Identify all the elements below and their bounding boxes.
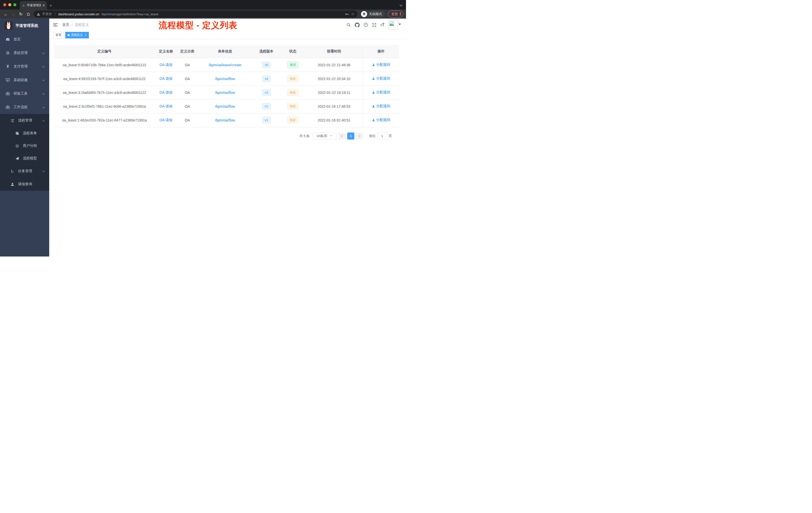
tag-home[interactable]: 首页 bbox=[53, 32, 64, 38]
bookmark-star-icon[interactable]: ☆ bbox=[351, 12, 354, 16]
assign-rule-link[interactable]: 分配规则 bbox=[372, 76, 390, 81]
assign-rule-link[interactable]: 分配规则 bbox=[372, 62, 390, 67]
sidebar-item-workflow[interactable]: 工作流程 bbox=[0, 100, 49, 114]
col-action: 操作 bbox=[363, 45, 399, 58]
avatar[interactable] bbox=[388, 20, 398, 30]
col-status: 状态 bbox=[280, 45, 305, 58]
user-icon bbox=[9, 182, 15, 186]
logo-avatar bbox=[4, 22, 12, 30]
back-button[interactable]: ← bbox=[2, 12, 9, 16]
form-link[interactable]: /bpm/oa/flow bbox=[215, 118, 235, 122]
sidebar-item-system[interactable]: ⚙ 系统管理 bbox=[0, 46, 49, 60]
user-icon bbox=[372, 118, 375, 122]
password-key-icon[interactable] bbox=[345, 12, 349, 16]
assign-rule-link[interactable]: 分配规则 bbox=[372, 104, 390, 109]
browser-tab[interactable]: 芋道管理系统 ✕ bbox=[20, 1, 47, 9]
sidebar-item-process-form[interactable]: 流程表单 bbox=[0, 127, 49, 140]
breadcrumb-separator: / bbox=[71, 23, 72, 27]
col-category: 定义分类 bbox=[177, 45, 197, 58]
security-warning-icon[interactable] bbox=[37, 12, 40, 16]
sidebar-logo[interactable]: 芋道管理系统 bbox=[0, 19, 49, 33]
sidebar-item-home[interactable]: 首页 bbox=[0, 33, 49, 46]
sidebar-item-process-management[interactable]: 流程管理 bbox=[0, 114, 49, 127]
prev-page-button[interactable] bbox=[339, 132, 346, 140]
goto-page-input[interactable] bbox=[377, 132, 387, 140]
chevron-up-icon bbox=[42, 105, 45, 109]
form-link[interactable]: /bpm/oa/flow bbox=[215, 104, 235, 109]
chevron-down-icon bbox=[42, 51, 45, 55]
sidebar-item-task-management[interactable]: 任务管理 bbox=[0, 164, 49, 178]
tab-favicon-icon bbox=[22, 3, 25, 7]
definition-name-link[interactable]: OA 请假 bbox=[160, 104, 172, 108]
fullscreen-icon[interactable] bbox=[372, 23, 376, 27]
home-button[interactable] bbox=[25, 12, 32, 16]
sidebar-item-process-model[interactable]: 流程模型 bbox=[0, 152, 49, 164]
tab-close-icon[interactable]: ✕ bbox=[42, 4, 45, 7]
chevron-down-icon bbox=[42, 64, 45, 68]
version-badge: v5 bbox=[262, 62, 271, 68]
sidebar-item-infrastructure[interactable]: 基础设施 bbox=[0, 73, 49, 87]
tab-search-chevron-icon[interactable] bbox=[400, 3, 403, 7]
table-row: oa_leave:4:991f2193-7b7f-11ec-a3c8-acde4… bbox=[54, 72, 399, 86]
col-deploy-time: 部署时间 bbox=[305, 45, 363, 58]
search-icon[interactable] bbox=[347, 23, 351, 27]
user-menu[interactable] bbox=[388, 20, 401, 30]
assign-rule-link[interactable]: 分配规则 bbox=[372, 118, 390, 122]
tag-close-icon[interactable]: × bbox=[85, 34, 87, 37]
main-area: 首页 / 流程定义 流程模型 - 定义列表 ? TT bbox=[49, 19, 406, 256]
cell-category: OA bbox=[177, 72, 197, 86]
page-number-current[interactable]: 1 bbox=[347, 132, 354, 140]
update-label[interactable]: 更新 bbox=[391, 12, 398, 16]
incognito-badge: 无痕模式 bbox=[360, 10, 385, 18]
sidebar-item-user-group[interactable]: 用户分组 bbox=[0, 140, 49, 152]
user-icon bbox=[372, 77, 375, 80]
breadcrumb-home[interactable]: 首页 bbox=[62, 23, 69, 27]
forward-button[interactable]: → bbox=[10, 12, 17, 16]
assign-rule-link[interactable]: 分配规则 bbox=[372, 90, 390, 95]
window-zoom-button[interactable] bbox=[13, 3, 16, 6]
goto-label: 前往 bbox=[369, 134, 376, 138]
sidebar-item-leave-query[interactable]: 请假查询 bbox=[0, 178, 49, 191]
sidebar-item-devtools[interactable]: 研发工具 bbox=[0, 87, 49, 100]
incognito-icon bbox=[361, 11, 367, 17]
tags-view: 首页 流程定义 × bbox=[49, 31, 406, 39]
browser-menu-icon[interactable]: ••• bbox=[400, 12, 401, 16]
table-row: oa_leave:1:482ec033-762a-11ec-8477-a2380… bbox=[54, 113, 399, 127]
col-form: 表单信息 bbox=[197, 45, 253, 58]
chevron-down-icon bbox=[42, 92, 45, 96]
chevron-down-icon bbox=[42, 78, 45, 82]
tag-process-definition[interactable]: 流程定义 × bbox=[65, 32, 89, 38]
cell-category: OA bbox=[177, 113, 197, 127]
window-close-button[interactable] bbox=[3, 3, 6, 6]
font-size-icon[interactable]: TT bbox=[380, 23, 384, 27]
status-badge: 挂起 bbox=[287, 103, 298, 110]
form-link[interactable]: /bpm/oa/flow bbox=[215, 77, 235, 81]
help-icon[interactable]: ? bbox=[364, 23, 368, 27]
definition-name-link[interactable]: OA 请假 bbox=[160, 118, 172, 122]
pagination: 共 5 条 10条/页 1 前往 页 bbox=[54, 132, 401, 140]
sidebar-toggle-icon[interactable] bbox=[53, 23, 58, 26]
form-edit-icon bbox=[14, 131, 20, 135]
new-tab-button[interactable]: + bbox=[50, 3, 52, 8]
definition-name-link[interactable]: OA 请假 bbox=[160, 90, 172, 94]
pagination-total: 共 5 条 bbox=[299, 134, 310, 138]
table-row: oa_leave:5:004b710b-7b8a-11ec-8ef0-acde4… bbox=[54, 58, 399, 72]
url-bar[interactable]: 不安全 dashboard.yudao.iocoder.cn/bpm/manag… bbox=[34, 10, 357, 18]
page-size-select[interactable]: 10条/页 bbox=[312, 132, 337, 140]
sidebar-item-payment[interactable]: ¥ 支付管理 bbox=[0, 60, 49, 73]
monitor-icon bbox=[5, 78, 10, 82]
security-label[interactable]: 不安全 bbox=[42, 12, 52, 16]
form-link[interactable]: /bpm/oa/flow bbox=[215, 91, 235, 95]
github-icon[interactable] bbox=[355, 23, 359, 27]
url-path: /bpm/manager/definition?key=oa_leave bbox=[101, 12, 343, 16]
col-version: 流程版本 bbox=[253, 45, 280, 58]
status-badge: 挂起 bbox=[287, 75, 298, 82]
reload-button[interactable]: ↻ bbox=[18, 12, 24, 16]
window-minimize-button[interactable] bbox=[8, 3, 11, 6]
definition-name-link[interactable]: OA 请假 bbox=[160, 77, 172, 81]
next-page-button[interactable] bbox=[356, 132, 363, 140]
navbar: 首页 / 流程定义 流程模型 - 定义列表 ? TT bbox=[49, 19, 406, 31]
form-link[interactable]: /bpm/oa/leave/create bbox=[209, 63, 241, 67]
browser-update-button[interactable]: 更新 ••• bbox=[388, 10, 404, 18]
definition-name-link[interactable]: OA 请假 bbox=[160, 63, 172, 67]
